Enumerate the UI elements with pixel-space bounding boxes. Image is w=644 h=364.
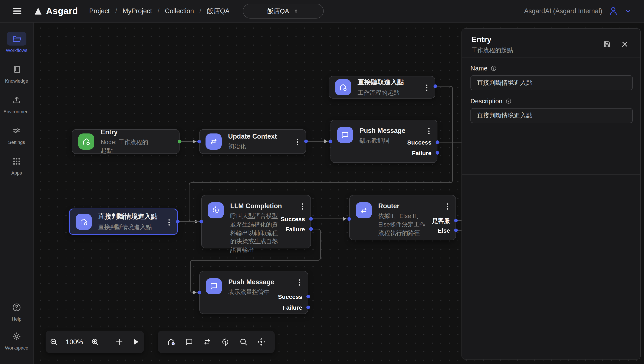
info-icon <box>490 65 497 72</box>
brand[interactable]: Asgard <box>34 6 78 16</box>
node-menu-icon[interactable] <box>164 218 174 227</box>
swap-icon <box>356 202 372 218</box>
output-port-label: Failure <box>412 150 431 157</box>
breadcrumb-separator: / <box>115 7 117 15</box>
breadcrumb-item-3[interactable]: 飯店QA <box>207 6 230 16</box>
book-icon <box>7 62 27 76</box>
node-entry[interactable]: EntryNode: 工作流程的起點 <box>72 129 180 154</box>
add-push-message-icon[interactable] <box>184 337 194 346</box>
add-llm-completion-icon[interactable] <box>221 337 230 346</box>
sidebar-item-label: Help <box>12 316 21 322</box>
breadcrumb-item-2[interactable]: Collection <box>165 7 194 15</box>
node-menu-icon[interactable] <box>443 202 452 211</box>
house-plus-icon <box>78 134 94 150</box>
node-llm-completion[interactable]: LLM Completion呼叫大型語言模型並產生結構化的資料輸出以輔助流程的決… <box>201 195 311 248</box>
breadcrumb-item-0[interactable]: Project <box>89 7 110 15</box>
workflow-selector[interactable]: 飯店QA <box>243 4 324 18</box>
node-title: LLM Completion <box>230 202 283 210</box>
node-judge-entry[interactable]: 直接判斷情境進入點直接判斷情境進入點 <box>69 208 178 235</box>
save-icon[interactable] <box>602 40 611 49</box>
chat-icon <box>337 127 353 143</box>
zoom-out-icon[interactable] <box>49 337 58 346</box>
house-plus-icon <box>335 79 351 95</box>
asgard-logo-icon <box>34 6 43 16</box>
breadcrumb: Project/MyProject/Collection/飯店QA <box>89 6 230 16</box>
zoom-in-icon[interactable] <box>90 337 100 346</box>
sidebar-item-label: Settings <box>8 140 25 145</box>
zoom-level: 100% <box>66 338 83 346</box>
add-update-context-icon[interactable] <box>203 337 212 346</box>
node-subtitle: 呼叫大型語言模型並產生結構化的資料輸出以輔助流程的決策或生成自然語言輸出 <box>230 212 283 254</box>
search-node-icon[interactable] <box>239 337 248 346</box>
output-port-label: Success <box>278 294 302 300</box>
node-title: Push Message <box>228 278 274 286</box>
sidebar-item-label: Knowledge <box>5 78 28 84</box>
name-input[interactable] <box>470 75 633 90</box>
top-navbar: Asgard Project/MyProject/Collection/飯店QA… <box>0 0 644 22</box>
help-icon <box>7 300 27 314</box>
add-node-icon[interactable] <box>115 337 124 346</box>
node-menu-icon[interactable] <box>422 83 431 92</box>
node-title: Router <box>378 202 428 210</box>
llm-icon <box>208 202 224 218</box>
node-push-message-bottom[interactable]: Push Message表示流量控管中SuccessFailure <box>199 271 308 314</box>
sidebar-item-workflows[interactable]: Workflows <box>6 32 27 53</box>
sidebar-item-label: Apps <box>11 170 22 176</box>
sidebar-item-apps[interactable]: Apps <box>7 154 27 176</box>
node-title: Update Context <box>228 132 277 140</box>
output-port-label: Else <box>438 227 450 234</box>
chevron-down-icon[interactable] <box>624 7 632 15</box>
gear-icon <box>7 330 27 343</box>
description-input[interactable] <box>470 108 633 123</box>
left-sidebar: WorkflowsKnowledgeEnvironmentSettingsApp… <box>0 22 34 364</box>
description-field-label: Description <box>470 98 632 105</box>
output-port-label: Success <box>281 216 305 223</box>
name-label-text: Name <box>470 65 487 72</box>
user-avatar-icon[interactable] <box>608 6 619 16</box>
name-field-label: Name <box>470 65 632 72</box>
node-title: Push Message <box>359 127 405 134</box>
node-body: EntryNode: 工作流程的起點 <box>101 128 173 155</box>
workflow-editor-app: EntryNode: 工作流程的起點Update Context初始化Push … <box>0 0 644 364</box>
output-port-label: Failure <box>285 226 305 233</box>
breadcrumb-separator: / <box>199 7 201 15</box>
node-subtitle: 依據If、Else If、Else條件決定工作流程執行的路徑 <box>378 212 428 237</box>
node-body: 直接聽取進入點工作流程的起點 <box>358 78 425 97</box>
house-plus-icon <box>76 214 92 230</box>
node-title: 直接判斷情境進入點 <box>98 212 158 221</box>
sidebar-item-workspace[interactable]: Workspace <box>5 330 28 351</box>
node-inspector-panel: Entry 工作流程的起點 Name Description <box>461 28 641 360</box>
node-menu-icon[interactable] <box>293 137 302 147</box>
close-icon[interactable] <box>620 40 629 49</box>
sidebar-footer: HelpWorkspace <box>5 300 28 358</box>
toolbar-divider <box>107 335 107 349</box>
chat-icon <box>206 278 222 294</box>
sidebar-item-knowledge[interactable]: Knowledge <box>5 62 28 84</box>
sidebar-item-settings[interactable]: Settings <box>7 124 27 145</box>
zoom-toolbar: 100% <box>46 330 144 353</box>
output-port-label: Failure <box>283 304 302 311</box>
add-entry-icon[interactable] <box>167 337 176 346</box>
node-menu-icon[interactable] <box>295 278 304 287</box>
node-palette-toolbar <box>158 330 275 353</box>
menu-icon[interactable] <box>12 6 23 16</box>
sidebar-item-help[interactable]: Help <box>7 300 27 322</box>
pan-tool-icon[interactable] <box>257 337 266 346</box>
node-menu-icon[interactable] <box>424 126 434 136</box>
node-menu-icon[interactable] <box>298 202 307 211</box>
node-title: Entry <box>101 128 152 136</box>
sliders-icon <box>7 124 27 138</box>
node-subtitle: 顯示歡迎詞 <box>359 136 405 145</box>
workflow-selector-value: 飯店QA <box>267 7 289 16</box>
node-title: 直接聽取進入點 <box>358 78 404 87</box>
sidebar-item-environment[interactable]: Environment <box>4 93 30 114</box>
node-subtitle: 直接判斷情境進入點 <box>98 223 158 232</box>
sidebar-item-label: Workspace <box>5 345 28 351</box>
breadcrumb-item-1[interactable]: MyProject <box>123 7 152 15</box>
run-workflow-icon[interactable] <box>131 337 141 346</box>
node-update-context[interactable]: Update Context初始化 <box>199 129 306 154</box>
node-listen-entry[interactable]: 直接聽取進入點工作流程的起點 <box>329 76 435 98</box>
node-router[interactable]: Router依據If、Else If、Else條件決定工作流程執行的路徑是客服E… <box>349 195 456 240</box>
node-push-message-top[interactable]: Push Message顯示歡迎詞SuccessFailure <box>331 120 437 163</box>
swap-icon <box>206 134 222 150</box>
